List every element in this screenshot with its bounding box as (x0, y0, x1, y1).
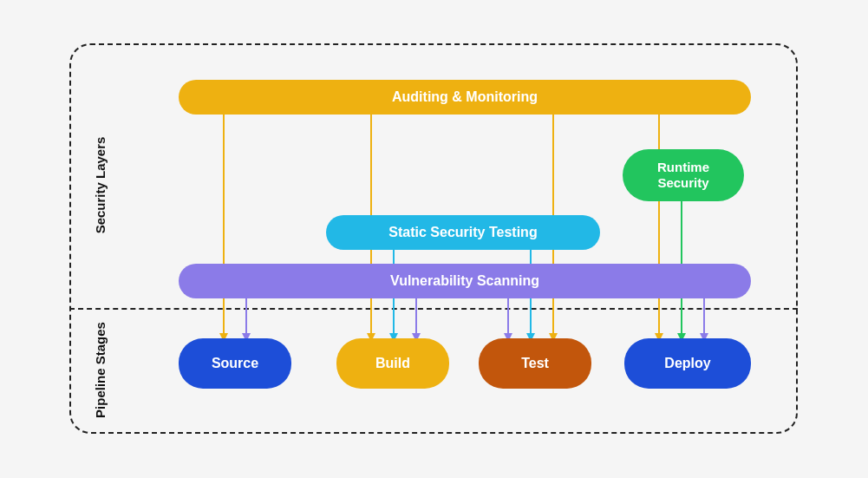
layer-vulnerability: Vulnerability Scanning (179, 264, 751, 298)
label-security-layers: Security Layers (93, 137, 108, 234)
stage-source: Source (179, 338, 291, 389)
layer-auditing: Auditing & Monitoring (179, 80, 751, 115)
stage-build: Build (336, 338, 449, 389)
stage-test: Test (479, 338, 591, 389)
stage-deploy: Deploy (624, 338, 751, 389)
label-pipeline-stages: Pipeline Stages (93, 322, 108, 418)
diagram-canvas: Security Layers Pipeline Stages (0, 0, 868, 478)
layer-static: Static Security Testing (326, 215, 600, 250)
layer-runtime: Runtime Security (623, 149, 744, 201)
section-divider (69, 308, 798, 310)
